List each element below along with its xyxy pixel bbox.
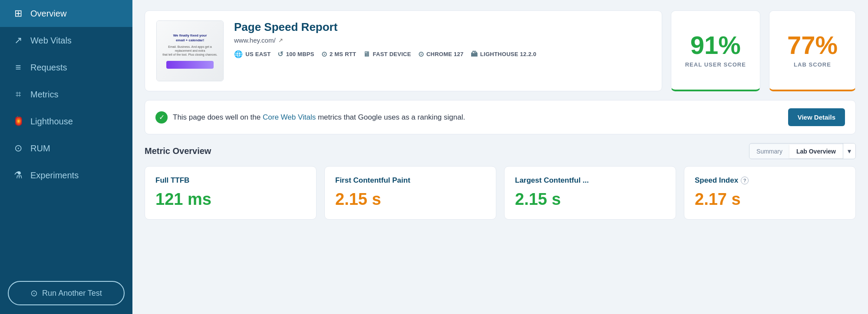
lab-score-label: LAB SCORE	[794, 61, 831, 68]
sidebar-label-lighthouse: Lighthouse	[30, 117, 73, 127]
core-web-vitals-link[interactable]: Core Web Vitals	[263, 113, 316, 121]
sidebar-item-rum[interactable]: ⊙ RUM	[0, 135, 132, 162]
run-test-label: Run Another Test	[42, 289, 102, 298]
meta-rtt: ⊙2 MS RTT	[321, 50, 356, 58]
external-link-icon[interactable]: ↗	[278, 37, 283, 43]
report-thumbnail: We finally fixed youremail + calendar! E…	[156, 20, 224, 81]
metric-title-lcp: Largest Contentful ...	[515, 176, 665, 185]
vitals-text: ✓ This page does well on the Core Web Vi…	[155, 111, 465, 124]
sidebar-item-web-vitals[interactable]: ↗ Web Vitals	[0, 27, 132, 54]
meta-bandwidth: ↺100 MBPS	[277, 50, 314, 58]
requests-icon: ≡	[12, 62, 24, 73]
view-details-button[interactable]: View Details	[788, 108, 845, 126]
sidebar-label-experiments: Experiments	[30, 170, 79, 180]
metric-overview-title: Metric Overview	[145, 146, 211, 156]
metric-card-fcp: First Contentful Paint 2.15 s	[324, 166, 496, 220]
meta-browser: ⊙CHROME 127	[418, 50, 464, 58]
real-user-score-card: 91% REAL USER SCORE	[671, 10, 760, 91]
metric-card-si: Speed Index ? 2.17 s	[684, 166, 856, 220]
report-url: www.hey.com/ ↗	[234, 37, 650, 44]
sidebar-label-requests: Requests	[30, 63, 67, 73]
vitals-banner: ✓ This page does well on the Core Web Vi…	[145, 100, 856, 134]
metric-value-lcp: 2.15 s	[515, 190, 665, 209]
browser-icon: ⊙	[418, 50, 424, 58]
help-icon-si[interactable]: ?	[741, 177, 749, 184]
thumb-headline: We finally fixed youremail + calendar!	[173, 33, 207, 43]
bandwidth-icon: ↺	[277, 50, 283, 58]
meta-device: 🖥FAST DEVICE	[363, 50, 411, 58]
rum-icon: ⊙	[12, 143, 24, 154]
metric-header: Metric Overview Summary Lab Overview ▾	[145, 143, 856, 159]
summary-toggle-button[interactable]: Summary	[749, 144, 789, 158]
report-meta: 🌐US EAST↺100 MBPS⊙2 MS RTT🖥FAST DEVICE⊙C…	[234, 50, 650, 58]
metric-value-si: 2.17 s	[695, 190, 845, 209]
main-content: We finally fixed youremail + calendar! E…	[132, 0, 868, 314]
rtt-icon: ⊙	[321, 50, 327, 58]
experiments-icon: ⚗	[12, 170, 24, 181]
meta-lighthouse: 🏔LIGHTHOUSE 12.2.0	[471, 50, 537, 58]
metric-title-ttfb: Full TTFB	[155, 176, 306, 185]
lab-score-number: 77%	[787, 33, 838, 58]
check-icon: ✓	[155, 111, 168, 124]
lab-score-card: 77% LAB SCORE	[769, 10, 856, 91]
sidebar-label-web-vitals: Web Vitals	[30, 36, 72, 46]
report-info: Page Speed Report www.hey.com/ ↗ 🌐US EAS…	[234, 20, 650, 58]
top-row: We finally fixed youremail + calendar! E…	[145, 10, 856, 91]
metric-card-lcp: Largest Contentful ... 2.15 s	[504, 166, 676, 220]
device-icon: 🖥	[363, 50, 370, 58]
sidebar-item-requests[interactable]: ≡ Requests	[0, 54, 132, 81]
overview-icon: ⊞	[12, 8, 24, 19]
thumb-subtext: Email. Business. And apps get a replacem…	[160, 45, 220, 57]
toggle-dropdown-button[interactable]: ▾	[843, 144, 855, 159]
web-vitals-icon: ↗	[12, 35, 24, 46]
metric-card-ttfb: Full TTFB 121 ms	[145, 166, 317, 220]
metric-value-fcp: 2.15 s	[335, 190, 485, 209]
view-toggle: Summary Lab Overview ▾	[749, 143, 856, 159]
run-test-icon: ⊙	[30, 288, 38, 298]
lab-overview-toggle-button[interactable]: Lab Overview	[789, 144, 843, 158]
lighthouse-icon: 🏮	[12, 116, 24, 127]
vitals-message: This page does well on the Core Web Vita…	[173, 113, 465, 122]
metrics-grid: Full TTFB 121 ms First Contentful Paint …	[145, 166, 856, 220]
sidebar-label-overview: Overview	[30, 9, 66, 19]
sidebar-item-metrics[interactable]: ⌗ Metrics	[0, 81, 132, 108]
sidebar-bottom: ⊙ Run Another Test	[0, 272, 132, 314]
metric-value-ttfb: 121 ms	[155, 190, 306, 209]
sidebar-item-experiments[interactable]: ⚗ Experiments	[0, 162, 132, 189]
sidebar-item-lighthouse[interactable]: 🏮 Lighthouse	[0, 108, 132, 135]
sidebar-label-metrics: Metrics	[30, 90, 58, 100]
meta-location: 🌐US EAST	[234, 50, 271, 58]
sidebar-item-overview[interactable]: ⊞ Overview	[0, 0, 132, 27]
report-title: Page Speed Report	[234, 20, 650, 34]
report-card: We finally fixed youremail + calendar! E…	[145, 10, 662, 91]
real-user-score-number: 91%	[690, 33, 741, 58]
sidebar: ⊞ Overview ↗ Web Vitals ≡ Requests ⌗ Met…	[0, 0, 132, 314]
metric-title-si: Speed Index ?	[695, 176, 845, 185]
thumb-purple-bar	[166, 61, 214, 69]
location-icon: 🌐	[234, 50, 243, 58]
run-test-button[interactable]: ⊙ Run Another Test	[8, 281, 125, 305]
real-user-score-label: REAL USER SCORE	[685, 61, 746, 68]
lighthouse-icon: 🏔	[471, 50, 478, 58]
metrics-icon: ⌗	[12, 89, 24, 100]
metric-title-fcp: First Contentful Paint	[335, 176, 485, 185]
sidebar-label-rum: RUM	[30, 144, 50, 154]
